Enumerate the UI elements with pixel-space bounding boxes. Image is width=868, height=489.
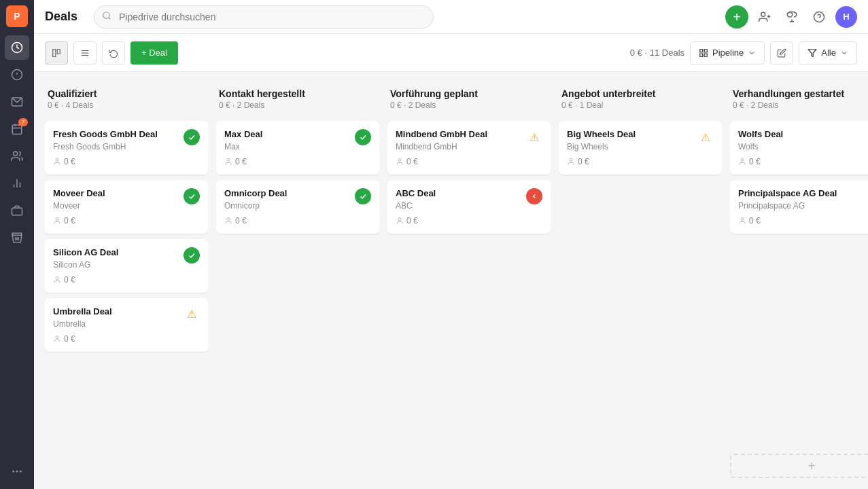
deal-company: Mindbend GmbH	[396, 142, 487, 151]
page-title: Deals	[45, 10, 86, 24]
trophy-button[interactable]	[781, 6, 803, 28]
table-row[interactable]: Principalspace AG Deal Principalspace AG…	[730, 180, 868, 234]
table-row[interactable]: Umbrella Deal Umbrella ⚠ 0 €	[45, 298, 208, 352]
deal-footer: 0 €	[224, 216, 371, 225]
warning-icon: ⚠	[184, 306, 200, 323]
svg-point-37	[56, 158, 58, 161]
deal-footer: 0 €	[53, 157, 200, 166]
user-avatar-button[interactable]: H	[835, 6, 857, 28]
status-green-icon	[184, 247, 200, 264]
sidebar-item-calendar[interactable]: 7	[5, 117, 29, 141]
svg-point-38	[56, 217, 58, 220]
deal-info: Big Wheels Deal Big Wheels	[567, 129, 636, 151]
deal-amount: 0 €	[64, 216, 75, 225]
deal-card-header: Big Wheels Deal Big Wheels ⚠	[567, 129, 714, 151]
table-row[interactable]: Wolfs Deal Wolfs 0 €	[730, 121, 868, 175]
svg-rect-27	[53, 49, 56, 56]
column-qualifiziert: Qualifiziert0 € · 4 Deals Fresh Goods Gm…	[45, 83, 208, 478]
column-meta-qualifiziert: 0 € · 4 Deals	[48, 101, 205, 110]
refresh-view-button[interactable]	[102, 41, 125, 65]
svg-point-44	[398, 217, 401, 220]
deal-info: Wolfs Deal Wolfs	[738, 129, 783, 151]
sidebar-item-deals[interactable]	[5, 62, 29, 87]
deal-name: Principalspace AG Deal	[738, 188, 837, 200]
main-content: Deals + H	[34, 0, 868, 489]
sidebar-item-marketplace[interactable]	[5, 225, 29, 250]
deal-info: Umbrella Deal Umbrella	[53, 306, 112, 329]
column-verhandlungen: Verhandlungen gestartet0 € · 2 Deals Wol…	[730, 83, 868, 478]
edit-pipeline-button[interactable]	[770, 41, 793, 65]
topbar: Deals + H	[34, 0, 868, 34]
deal-info: Mindbend GmbH Deal Mindbend GmbH	[396, 129, 487, 151]
table-row[interactable]: Omnicorp Deal Omnicorp 0 €	[216, 180, 379, 234]
cards-area-angebot: Big Wheels Deal Big Wheels ⚠ 0 €	[559, 121, 722, 478]
person-icon	[53, 335, 61, 343]
person-icon	[53, 217, 61, 225]
table-row[interactable]: Moveer Deal Moveer 0 €	[45, 180, 208, 234]
deal-card-header: Omnicorp Deal Omnicorp	[224, 188, 371, 211]
search-input[interactable]	[94, 5, 434, 29]
table-row[interactable]: Mindbend GmbH Deal Mindbend GmbH ⚠ 0 €	[387, 121, 551, 175]
deal-company: Moveer	[53, 201, 105, 211]
table-row[interactable]: Silicon AG Deal Silicon AG 0 €	[45, 239, 208, 293]
column-meta-verhandlungen: 0 € · 2 Deals	[733, 101, 868, 110]
deal-footer: 0 €	[53, 334, 200, 344]
cards-area-vorfuehrung: Mindbend GmbH Deal Mindbend GmbH ⚠ 0 € A…	[387, 121, 551, 478]
kanban-board: Qualifiziert0 € · 4 Deals Fresh Goods Gm…	[34, 72, 868, 489]
person-icon	[567, 158, 575, 166]
table-row[interactable]: Max Deal Max 0 €	[216, 121, 379, 175]
add-card-button[interactable]: +	[730, 454, 868, 478]
sidebar-item-contacts[interactable]	[5, 144, 29, 168]
column-meta-kontakt: 0 € · 2 Deals	[219, 101, 377, 110]
column-kontakt: Kontakt hergestellt0 € · 2 Deals Max Dea…	[216, 83, 379, 478]
deal-company: Wolfs	[738, 142, 783, 151]
deal-card-header: Mindbend GmbH Deal Mindbend GmbH ⚠	[396, 129, 542, 151]
kanban-view-button[interactable]	[45, 41, 68, 65]
deal-name: ABC Deal	[396, 188, 436, 200]
sidebar: P 7	[0, 0, 34, 489]
svg-point-20	[103, 12, 109, 18]
status-red-icon	[526, 188, 542, 204]
sidebar-item-feed[interactable]	[5, 35, 29, 60]
calendar-badge: 7	[18, 118, 28, 126]
table-row[interactable]: Big Wheels Deal Big Wheels ⚠ 0 €	[559, 121, 722, 175]
person-icon	[224, 158, 232, 166]
deal-footer: 0 €	[396, 216, 542, 225]
column-angebot: Angebot unterbreitet0 € · 1 Deal Big Whe…	[559, 83, 722, 478]
svg-rect-5	[12, 125, 22, 134]
sidebar-item-reports[interactable]	[5, 171, 29, 196]
add-deal-button[interactable]: + Deal	[131, 41, 178, 65]
deal-footer: 0 €	[567, 157, 714, 166]
svg-point-39	[56, 276, 58, 279]
table-row[interactable]: ABC Deal ABC 0 €	[387, 180, 551, 234]
deal-info: Max Deal Max	[224, 129, 262, 151]
deal-amount: 0 €	[235, 216, 247, 225]
filter-icon	[808, 48, 817, 58]
status-green-icon	[184, 129, 200, 145]
toolbar: + Deal 0 € · 11 Deals Pipeline Alle	[34, 34, 868, 72]
help-button[interactable]	[808, 6, 830, 28]
svg-point-47	[741, 217, 744, 220]
filter-button[interactable]: Alle	[799, 41, 857, 65]
person-icon	[53, 158, 61, 166]
deal-info: Omnicorp Deal Omnicorp	[224, 188, 287, 211]
list-view-button[interactable]	[73, 41, 97, 65]
deal-company: Max	[224, 142, 262, 151]
deal-name: Umbrella Deal	[53, 306, 112, 318]
global-add-button[interactable]: +	[725, 5, 748, 29]
deal-info: Moveer Deal Moveer	[53, 188, 105, 211]
sidebar-item-email[interactable]	[5, 90, 29, 114]
pipeline-selector[interactable]: Pipeline	[690, 41, 765, 65]
deal-card-header: Umbrella Deal Umbrella ⚠	[53, 306, 200, 329]
sidebar-item-more[interactable]	[5, 459, 29, 484]
add-people-button[interactable]	[754, 6, 776, 28]
svg-rect-32	[700, 49, 703, 52]
table-row[interactable]: Fresh Goods GmbH Deal Fresh Goods GmbH 0…	[45, 121, 208, 175]
sidebar-item-products[interactable]	[5, 198, 29, 223]
status-green-icon	[184, 188, 200, 204]
svg-rect-33	[704, 49, 707, 52]
person-icon	[396, 158, 404, 166]
cards-area-qualifiziert: Fresh Goods GmbH Deal Fresh Goods GmbH 0…	[45, 121, 208, 478]
deal-amount: 0 €	[64, 275, 75, 285]
deal-amount: 0 €	[406, 216, 418, 225]
